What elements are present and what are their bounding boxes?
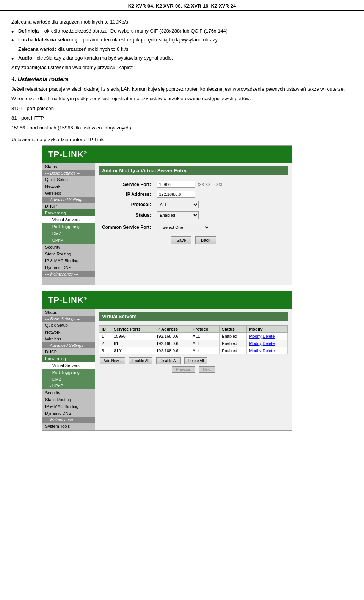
sidebar-item[interactable]: - Virtual Servers: [42, 216, 95, 223]
sidebar-item[interactable]: DHCP: [42, 348, 95, 355]
table-cell: Enabled: [220, 333, 247, 340]
sidebar-item[interactable]: Wireless: [42, 335, 95, 342]
delete-link[interactable]: Delete: [263, 334, 275, 339]
vs-col-header: Status: [220, 326, 247, 333]
modify-link[interactable]: Modify: [249, 334, 261, 339]
sidebar-item[interactable]: Status: [42, 163, 95, 170]
zalecana-kls: Zalecana wartość dla urządzeń mobilnych …: [18, 46, 353, 53]
table-cell: Enabled: [220, 340, 247, 347]
modify-link[interactable]: Modify: [249, 348, 261, 353]
bullet1-label: Definicja: [18, 28, 39, 34]
delete-link[interactable]: Delete: [263, 348, 275, 353]
previous-button[interactable]: Previous: [172, 366, 195, 373]
ip-address-input[interactable]: [157, 191, 195, 198]
protocol-select[interactable]: ALL: [157, 201, 199, 208]
main-content-1: Add or Modify a Virtual Server Entry Ser…: [95, 163, 292, 285]
sidebar-item[interactable]: Static Routing: [42, 396, 95, 403]
sidebar-item: --- Basic Settings ---: [42, 170, 95, 176]
ip-address-label: IP Address:: [99, 189, 154, 199]
router-panel-1: TP-LINK® Status--- Basic Settings ---Qui…: [42, 145, 292, 285]
disable-all-button[interactable]: Disable All: [156, 357, 181, 364]
table-cell: 3: [99, 347, 111, 354]
bullet2-label: Liczba klatek na sekundę: [18, 37, 77, 43]
service-port-label: Service Port:: [99, 180, 154, 189]
sidebar-item[interactable]: DHCP: [42, 203, 95, 209]
form-table-1: Service Port: (XX-XX or XX) IP Address:: [99, 180, 288, 233]
delete-all-button[interactable]: Delete All: [184, 357, 207, 364]
form-buttons-1: Save Back: [99, 236, 288, 244]
tplink-logo-1: TP-LINK®: [48, 150, 87, 159]
modify-link[interactable]: Modify: [249, 341, 261, 346]
vs-table-head: IDService PortsIP AddressProtocolStatusM…: [99, 326, 288, 333]
protocol-label: Protocol:: [99, 199, 154, 210]
main-content-2: Virtual Servers IDService PortsIP Addres…: [95, 309, 292, 430]
sidebar-item[interactable]: - Port Triggering: [42, 369, 95, 376]
sidebar-item[interactable]: Quick Setup: [42, 176, 95, 183]
table-cell: 8101: [111, 347, 154, 354]
sidebar-item[interactable]: Security: [42, 244, 95, 250]
bullet-dot-1: •: [11, 28, 18, 35]
bullet-dot-3: •: [11, 55, 18, 62]
sidebar-item[interactable]: - DMZ: [42, 230, 95, 237]
form-row-ip: IP Address:: [99, 189, 288, 199]
sidebar-item[interactable]: Security: [42, 389, 95, 396]
sidebar-item[interactable]: Network: [42, 329, 95, 335]
sidebar-item[interactable]: - Port Triggering: [42, 223, 95, 230]
table-cell: 192.168.0.6: [154, 333, 190, 340]
table-cell: 1: [99, 333, 111, 340]
para1: Jeżeli rejestrator pracuje w sieci lokal…: [11, 85, 353, 93]
sidebar-item[interactable]: - UPnP: [42, 237, 95, 244]
bullet2-text: – parametr ten określa z jaką prędkością…: [77, 37, 219, 43]
table-row: 38101192.168.0.6ALLEnabledModify Delete: [99, 347, 288, 354]
delete-link[interactable]: Delete: [263, 341, 275, 346]
sidebar-item[interactable]: IP & MAC Binding: [42, 403, 95, 410]
vs-header-row: IDService PortsIP AddressProtocolStatusM…: [99, 326, 288, 333]
section-heading: 4. Ustawienia routera: [11, 76, 353, 82]
sidebar-item[interactable]: Wireless: [42, 190, 95, 197]
sidebar-item[interactable]: - DMZ: [42, 376, 95, 383]
example-label: Ustawienia na przykładzie routera TP-Lin…: [11, 137, 353, 142]
table-cell: 192.168.0.6: [154, 340, 190, 347]
table-cell: 15966: [111, 333, 154, 340]
tplink-header-1: TP-LINK®: [42, 146, 292, 163]
modify-delete-cell: Modify Delete: [247, 347, 288, 354]
next-button[interactable]: Next: [199, 366, 215, 373]
vs-col-header: IP Address: [154, 326, 190, 333]
table-cell: 192.168.0.6: [154, 347, 190, 354]
sidebar-item[interactable]: System Tools: [42, 423, 95, 430]
table-cell: ALL: [190, 333, 219, 340]
virtual-servers-table: IDService PortsIP AddressProtocolStatusM…: [99, 325, 288, 354]
vs-col-header: ID: [99, 326, 111, 333]
table-cell: 81: [111, 340, 154, 347]
service-port-hint: (XX-XX or XX): [198, 183, 222, 187]
add-new-button[interactable]: Add New...: [100, 357, 125, 364]
sidebar-item[interactable]: Network: [42, 183, 95, 190]
sidebar-item[interactable]: Forwarding: [42, 209, 95, 216]
sidebar-item[interactable]: Dynamic DNS: [42, 410, 95, 417]
status-select[interactable]: Enabled: [157, 211, 199, 219]
sidebar-item[interactable]: IP & MAC Binding: [42, 257, 95, 264]
sidebar-item[interactable]: - UPnP: [42, 383, 95, 389]
tplink-logo-2: TP-LINK®: [48, 295, 87, 305]
back-button[interactable]: Back: [195, 236, 216, 244]
status-label: Status:: [99, 210, 154, 220]
action-buttons: Add New... Enable All Disable All Delete…: [99, 357, 288, 364]
form-row-common-port: Common Service Port: --Select One--: [99, 220, 288, 233]
table-cell: 2: [99, 340, 111, 347]
service-port-input[interactable]: [157, 181, 195, 188]
sidebar-1: Status--- Basic Settings ---Quick SetupN…: [42, 163, 95, 285]
enable-all-button[interactable]: Enable All: [129, 357, 152, 364]
sidebar-item[interactable]: Forwarding: [42, 355, 95, 362]
common-port-select[interactable]: --Select One--: [157, 224, 210, 231]
panel-title-2: Virtual Servers: [99, 312, 288, 321]
vs-col-header: Service Ports: [111, 326, 154, 333]
bullet-klatek: • Liczba klatek na sekundę – parametr te…: [11, 37, 353, 44]
sidebar-item[interactable]: Quick Setup: [42, 322, 95, 329]
router-body-2: Status--- Basic Settings ---Quick SetupN…: [42, 309, 292, 430]
sidebar-item[interactable]: Dynamic DNS: [42, 264, 95, 271]
sidebar-item[interactable]: Status: [42, 309, 95, 316]
save-button[interactable]: Save: [171, 236, 191, 244]
panel-title-1: Add or Modify a Virtual Server Entry: [99, 166, 288, 175]
sidebar-item[interactable]: Static Routing: [42, 250, 95, 257]
sidebar-item[interactable]: - Virtual Servers: [42, 362, 95, 369]
